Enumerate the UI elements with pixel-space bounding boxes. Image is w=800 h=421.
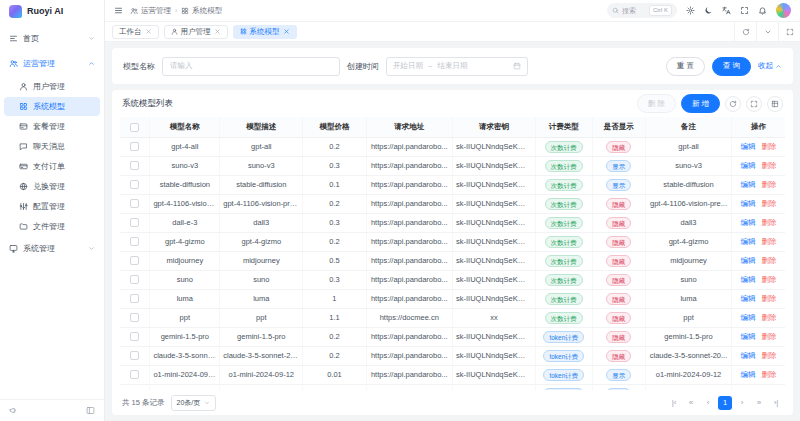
delete-link[interactable]: 删除 xyxy=(762,199,777,208)
search-button[interactable]: 查 询 xyxy=(712,57,751,76)
refresh-table-button[interactable] xyxy=(725,96,741,112)
dark-mode-icon[interactable] xyxy=(704,6,713,15)
next-group-button[interactable]: » xyxy=(752,396,766,410)
fullscreen-icon[interactable] xyxy=(740,6,749,15)
column-header[interactable]: 模型描述 xyxy=(220,117,303,137)
column-header[interactable]: 请求地址 xyxy=(366,117,452,137)
delete-link[interactable]: 删除 xyxy=(762,332,777,341)
delete-button[interactable]: 删 除 xyxy=(637,94,676,113)
sidebar-item-config-mgmt[interactable]: 配置管理 xyxy=(4,197,100,216)
breadcrumb-item[interactable]: 系统模型 xyxy=(181,6,222,16)
operations-icon xyxy=(9,59,18,68)
delete-link[interactable]: 删除 xyxy=(762,256,777,265)
prev-group-button[interactable]: « xyxy=(684,396,698,410)
column-settings-button[interactable] xyxy=(767,96,783,112)
tab-menu-button[interactable] xyxy=(756,22,778,41)
row-checkbox[interactable] xyxy=(130,294,139,303)
sidebar-item-package-mgmt[interactable]: 套餐管理 xyxy=(4,117,100,136)
row-checkbox[interactable] xyxy=(130,142,139,151)
close-tab-icon[interactable] xyxy=(283,28,290,35)
create-time-range-input[interactable]: 开始日期 ~ 结束日期 xyxy=(386,57,528,76)
row-checkbox[interactable] xyxy=(130,370,139,379)
row-checkbox[interactable] xyxy=(130,256,139,265)
tab-工作台[interactable]: 工作台 xyxy=(112,25,159,39)
edit-link[interactable]: 编辑 xyxy=(741,142,756,151)
last-page-button[interactable]: ›| xyxy=(769,396,783,410)
edit-link[interactable]: 编辑 xyxy=(741,161,756,170)
menu-toggle-icon[interactable] xyxy=(114,6,123,15)
add-button[interactable]: 新 增 xyxy=(681,94,720,113)
sidebar-item-system-mgmt[interactable]: 系统管理 xyxy=(4,237,100,260)
language-icon[interactable] xyxy=(722,6,731,15)
select-all-checkbox[interactable] xyxy=(130,123,139,132)
row-checkbox[interactable] xyxy=(130,180,139,189)
tab-用户管理[interactable]: 用户管理 xyxy=(164,25,228,39)
column-header[interactable]: 是否显示 xyxy=(592,117,645,137)
row-checkbox[interactable] xyxy=(130,218,139,227)
delete-link[interactable]: 删除 xyxy=(762,275,777,284)
reset-button[interactable]: 重 置 xyxy=(666,57,705,76)
delete-link[interactable]: 删除 xyxy=(762,218,777,227)
user-avatar[interactable] xyxy=(776,3,791,18)
sidebar-item-user-mgmt[interactable]: 用户管理 xyxy=(4,77,100,96)
collapse-filter-link[interactable]: 收起 xyxy=(758,61,782,71)
row-checkbox[interactable] xyxy=(130,161,139,170)
delete-link[interactable]: 删除 xyxy=(762,294,777,303)
edit-link[interactable]: 编辑 xyxy=(741,256,756,265)
delete-link[interactable]: 删除 xyxy=(762,351,777,360)
edit-link[interactable]: 编辑 xyxy=(741,275,756,284)
column-header[interactable]: 请求密钥 xyxy=(452,117,535,137)
collapse-sidebar-icon[interactable] xyxy=(86,406,95,415)
edit-link[interactable]: 编辑 xyxy=(741,370,756,379)
sidebar-item-system-model[interactable]: 系统模型 xyxy=(4,97,100,116)
sidebar-item-operations[interactable]: 运营管理 xyxy=(4,52,100,75)
sidebar-item-payment-orders[interactable]: 支付订单 xyxy=(4,157,100,176)
edit-link[interactable]: 编辑 xyxy=(741,218,756,227)
sidebar-item-home[interactable]: 首页 xyxy=(4,27,100,50)
edit-link[interactable]: 编辑 xyxy=(741,237,756,246)
edit-link[interactable]: 编辑 xyxy=(741,199,756,208)
row-checkbox[interactable] xyxy=(130,199,139,208)
edit-link[interactable]: 编辑 xyxy=(741,332,756,341)
sidebar-item-file-mgmt[interactable]: 文件管理 xyxy=(4,217,100,236)
column-header[interactable]: 备注 xyxy=(645,117,731,137)
row-checkbox[interactable] xyxy=(130,351,139,360)
prev-page-button[interactable]: ‹ xyxy=(701,396,715,410)
delete-link[interactable]: 删除 xyxy=(762,313,777,322)
page-size-select[interactable]: 20条/页 xyxy=(171,395,217,411)
next-page-button[interactable]: › xyxy=(735,396,749,410)
announcement-icon[interactable] xyxy=(9,406,18,415)
row-checkbox[interactable] xyxy=(130,313,139,322)
edit-link[interactable]: 编辑 xyxy=(741,180,756,189)
breadcrumb-item[interactable]: 运营管理 xyxy=(130,6,171,16)
edit-link[interactable]: 编辑 xyxy=(741,313,756,322)
sidebar-item-exchange-mgmt[interactable]: 兑换管理 xyxy=(4,177,100,196)
model-name-input[interactable]: 请输入 xyxy=(162,57,340,76)
notification-bell-icon[interactable] xyxy=(758,6,767,15)
delete-link[interactable]: 删除 xyxy=(762,161,777,170)
sidebar-item-chat-messages[interactable]: 聊天消息 xyxy=(4,137,100,156)
column-header[interactable]: 操作 xyxy=(732,117,785,137)
column-header[interactable]: 模型价格 xyxy=(303,117,366,137)
first-page-button[interactable]: |‹ xyxy=(667,396,681,410)
edit-link[interactable]: 编辑 xyxy=(741,351,756,360)
settings-icon[interactable] xyxy=(686,6,695,15)
fullscreen-table-button[interactable] xyxy=(746,96,762,112)
global-search[interactable]: 搜索 Ctrl K xyxy=(607,3,677,18)
row-checkbox[interactable] xyxy=(130,237,139,246)
delete-link[interactable]: 删除 xyxy=(762,180,777,189)
row-checkbox[interactable] xyxy=(130,332,139,341)
close-tab-icon[interactable] xyxy=(145,28,152,35)
close-tab-icon[interactable] xyxy=(214,28,221,35)
row-checkbox[interactable] xyxy=(130,275,139,284)
tab-系统模型[interactable]: 系统模型 xyxy=(233,25,297,39)
delete-link[interactable]: 删除 xyxy=(762,142,777,151)
edit-link[interactable]: 编辑 xyxy=(741,294,756,303)
column-header[interactable]: 模型名称 xyxy=(150,117,220,137)
maximize-content-button[interactable] xyxy=(778,22,800,41)
delete-link[interactable]: 删除 xyxy=(762,370,777,379)
delete-link[interactable]: 删除 xyxy=(762,237,777,246)
column-header[interactable]: 计费类型 xyxy=(536,117,593,137)
page-1-button[interactable]: 1 xyxy=(718,396,732,410)
refresh-tab-button[interactable] xyxy=(734,22,756,41)
